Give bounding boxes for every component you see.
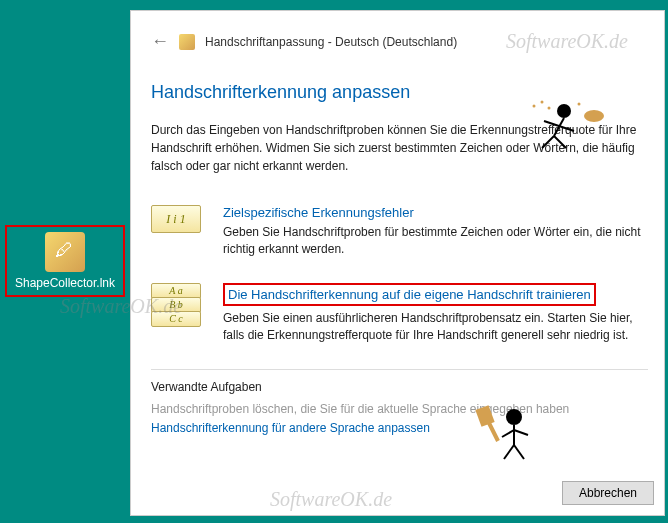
option-title-highlighted: Die Handschrifterkennung auf die eigene … [223, 283, 596, 306]
page-title: Handschrifterkennung anpassen [151, 82, 648, 103]
option-target-errors[interactable]: I i 1 Zielspezifische Erkennungsfehler G… [151, 205, 648, 259]
option-train-handwriting[interactable]: A a B b C c Die Handschrifterkennung auf… [151, 283, 648, 345]
related-tasks: Verwandte Aufgaben Handschriftproben lös… [151, 380, 648, 438]
breadcrumb: ← Handschriftanpassung - Deutsch (Deutsc… [151, 31, 648, 52]
option-desc: Geben Sie einen ausführlicheren Handschr… [223, 310, 648, 345]
app-icon [179, 34, 195, 50]
related-link-other-lang[interactable]: Handschrifterkennung für andere Sprache … [151, 419, 648, 438]
option-icon-alphabet: A a B b C c [151, 283, 205, 325]
desktop-shortcut[interactable]: ShapeCollector.lnk [5, 225, 125, 297]
shortcut-label: ShapeCollector.lnk [9, 276, 121, 290]
intro-text: Durch das Eingeben von Handschriftproben… [151, 121, 648, 175]
related-link-delete: Handschriftproben löschen, die Sie für d… [151, 400, 648, 419]
handwriting-window: ← Handschriftanpassung - Deutsch (Deutsc… [130, 10, 665, 516]
option-title: Zielspezifische Erkennungsfehler [223, 205, 648, 220]
option-desc: Geben Sie Handschriftproben für bestimmt… [223, 224, 648, 259]
back-arrow-icon[interactable]: ← [151, 31, 169, 52]
option-icon-chars: I i 1 [151, 205, 205, 233]
breadcrumb-title: Handschriftanpassung - Deutsch (Deutschl… [205, 35, 457, 49]
cancel-button[interactable]: Abbrechen [562, 481, 654, 505]
related-title: Verwandte Aufgaben [151, 380, 648, 394]
divider [151, 369, 648, 370]
shortcut-icon [45, 232, 85, 272]
